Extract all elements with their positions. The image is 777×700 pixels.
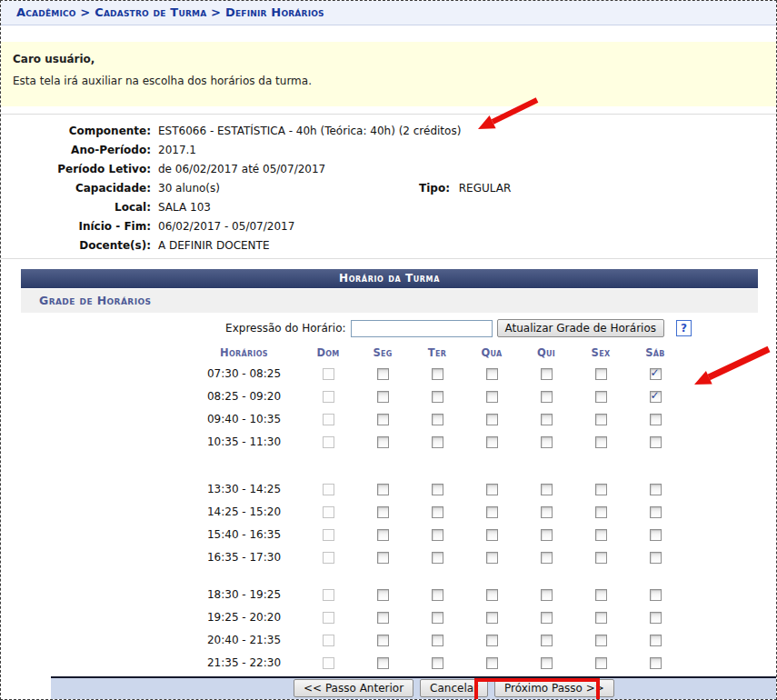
checkbox-ter[interactable] bbox=[432, 368, 443, 380]
checkbox-ter[interactable] bbox=[432, 436, 443, 448]
breadcrumb[interactable]: Acadêmico > Cadastro de Turma > Definir … bbox=[1, 1, 776, 25]
checkbox-seg[interactable] bbox=[377, 436, 389, 448]
checkbox-ter[interactable] bbox=[432, 552, 443, 564]
checkbox-dom[interactable] bbox=[323, 589, 334, 601]
checkbox-qua[interactable] bbox=[486, 589, 498, 601]
checkbox-dom[interactable] bbox=[323, 506, 334, 518]
schedule-row: 20:40 - 21:35 bbox=[187, 628, 742, 651]
checkbox-qua[interactable] bbox=[486, 635, 498, 646]
checkbox-ter[interactable] bbox=[432, 506, 443, 518]
checkbox-sex[interactable] bbox=[595, 484, 607, 495]
checkbox-qui[interactable] bbox=[541, 635, 553, 646]
checkbox-ter[interactable] bbox=[432, 589, 443, 601]
checkbox-sex[interactable] bbox=[595, 657, 607, 669]
checkbox-dom[interactable] bbox=[323, 612, 334, 624]
checkbox-dom[interactable] bbox=[323, 635, 334, 646]
next-step-button[interactable]: Próximo Passo >> bbox=[494, 679, 614, 697]
checkbox-sab[interactable] bbox=[650, 436, 662, 448]
checkbox-seg[interactable] bbox=[377, 368, 389, 380]
checkbox-ter[interactable] bbox=[432, 529, 443, 541]
detail-row-local: Local: SALA 103 bbox=[1, 198, 776, 217]
expression-input[interactable] bbox=[351, 320, 493, 337]
checkbox-qui[interactable] bbox=[541, 552, 553, 564]
checkbox-sab[interactable] bbox=[650, 414, 662, 425]
checkbox-seg[interactable] bbox=[377, 484, 389, 495]
checkbox-qui[interactable] bbox=[541, 368, 553, 380]
checkbox-sab[interactable] bbox=[650, 612, 662, 624]
checkbox-dom[interactable] bbox=[323, 529, 334, 541]
checkbox-dom[interactable] bbox=[323, 484, 334, 495]
checkbox-seg[interactable] bbox=[377, 589, 389, 601]
previous-step-button[interactable]: << Passo Anterior bbox=[294, 679, 413, 697]
checkbox-qua[interactable] bbox=[486, 414, 498, 425]
checkbox-sab[interactable] bbox=[650, 657, 662, 669]
checkbox-sab[interactable] bbox=[650, 506, 662, 518]
detail-value: 30 aluno(s) bbox=[156, 179, 220, 198]
checkbox-seg[interactable] bbox=[377, 506, 389, 518]
checkbox-seg[interactable] bbox=[377, 552, 389, 564]
checkbox-dom[interactable] bbox=[323, 552, 334, 564]
detail-value: A DEFINIR DOCENTE bbox=[156, 236, 270, 255]
column-header-horarios: Horários bbox=[187, 346, 301, 359]
checkbox-sab[interactable] bbox=[650, 635, 662, 646]
checkbox-seg[interactable] bbox=[377, 657, 389, 669]
checkbox-qui[interactable] bbox=[541, 657, 553, 669]
checkbox-ter[interactable] bbox=[432, 635, 443, 646]
checkbox-seg[interactable] bbox=[377, 529, 389, 541]
checkbox-seg[interactable] bbox=[377, 414, 389, 425]
checkbox-ter[interactable] bbox=[432, 657, 443, 669]
help-icon[interactable]: ? bbox=[676, 320, 692, 336]
checkbox-ter[interactable] bbox=[432, 612, 443, 624]
checkbox-sab[interactable] bbox=[650, 368, 662, 380]
checkbox-qui[interactable] bbox=[541, 414, 553, 425]
checkbox-dom[interactable] bbox=[323, 436, 334, 448]
checkbox-qua[interactable] bbox=[486, 529, 498, 541]
notice-message: Esta tela irá auxiliar na escolha dos ho… bbox=[1, 65, 776, 87]
checkbox-sex[interactable] bbox=[595, 635, 607, 646]
cancel-button[interactable]: Cancelar bbox=[420, 679, 488, 697]
checkbox-qua[interactable] bbox=[486, 368, 498, 380]
checkbox-qui[interactable] bbox=[541, 436, 553, 448]
checkbox-sex[interactable] bbox=[595, 436, 607, 448]
checkbox-dom[interactable] bbox=[323, 414, 334, 425]
checkbox-qui[interactable] bbox=[541, 391, 553, 403]
checkbox-sex[interactable] bbox=[595, 368, 607, 380]
checkbox-qua[interactable] bbox=[486, 506, 498, 518]
checkbox-ter[interactable] bbox=[432, 414, 443, 425]
checkbox-seg[interactable] bbox=[377, 612, 389, 624]
update-grid-button[interactable]: Atualizar Grade de Horários bbox=[497, 319, 664, 337]
checkbox-ter[interactable] bbox=[432, 484, 443, 495]
checkbox-qui[interactable] bbox=[541, 589, 553, 601]
checkbox-qua[interactable] bbox=[486, 436, 498, 448]
checkbox-sab[interactable] bbox=[650, 552, 662, 564]
checkbox-dom[interactable] bbox=[323, 657, 334, 669]
checkbox-sex[interactable] bbox=[595, 589, 607, 601]
checkbox-seg[interactable] bbox=[377, 391, 389, 403]
checkbox-seg[interactable] bbox=[377, 635, 389, 646]
checkbox-sab[interactable] bbox=[650, 484, 662, 495]
checkbox-sex[interactable] bbox=[595, 391, 607, 403]
checkbox-dom[interactable] bbox=[323, 368, 334, 380]
checkbox-sab[interactable] bbox=[650, 589, 662, 601]
time-slot-label: 10:35 - 11:30 bbox=[187, 435, 301, 448]
checkbox-qua[interactable] bbox=[486, 391, 498, 403]
checkbox-qua[interactable] bbox=[486, 552, 498, 564]
checkbox-qui[interactable] bbox=[541, 506, 553, 518]
checkbox-qua[interactable] bbox=[486, 484, 498, 495]
checkbox-sex[interactable] bbox=[595, 529, 607, 541]
checkbox-qua[interactable] bbox=[486, 612, 498, 624]
checkbox-sex[interactable] bbox=[595, 552, 607, 564]
checkbox-sex[interactable] bbox=[595, 414, 607, 425]
checkbox-sex[interactable] bbox=[595, 612, 607, 624]
checkbox-qui[interactable] bbox=[541, 484, 553, 495]
checkbox-qua[interactable] bbox=[486, 657, 498, 669]
checkbox-sab[interactable] bbox=[650, 391, 662, 403]
checkbox-sab[interactable] bbox=[650, 529, 662, 541]
grid-block-afternoon: 13:30 - 14:25 14:25 - 15:20 15 bbox=[187, 477, 742, 568]
checkbox-qui[interactable] bbox=[541, 612, 553, 624]
column-header-sab: Sáb bbox=[628, 346, 682, 359]
checkbox-qui[interactable] bbox=[541, 529, 553, 541]
checkbox-sex[interactable] bbox=[595, 506, 607, 518]
checkbox-ter[interactable] bbox=[432, 391, 443, 403]
checkbox-dom[interactable] bbox=[323, 391, 334, 403]
